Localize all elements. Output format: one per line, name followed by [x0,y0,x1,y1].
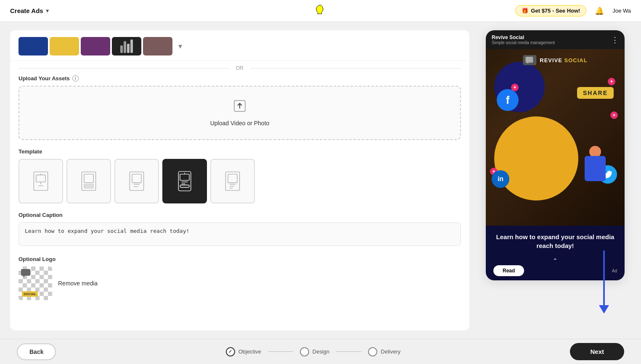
share-badge: SHARE [577,87,614,99]
template-label: Template [19,148,461,155]
ad-badge: Ad [612,269,617,273]
revive-social-logo: REVIVE SOCIAL [523,55,587,65]
color-swatches-area: ▾ [10,30,469,61]
arrow-container [599,251,609,314]
logo-section: SOCIAL Remove media [19,266,461,300]
swatch-yellow[interactable] [50,37,79,55]
template-item-2[interactable] [66,159,111,203]
next-button[interactable]: Next [570,343,624,360]
step-line-2 [336,351,361,352]
back-button[interactable]: Back [17,343,56,360]
create-ads-menu[interactable]: Create Ads ▼ [10,7,50,14]
template-1-icon [32,171,49,191]
person-body [578,146,612,196]
left-panel: ▾ OR Upload Your Assets i [10,30,469,330]
or-text: OR [236,65,244,71]
arrow-head [599,305,609,314]
step-delivery-label: Delivery [381,348,400,355]
arrow-line [603,251,605,305]
bottom-bar: Back Objective Design Delivery Next [0,339,641,364]
or-line-left [19,68,229,69]
blue-arrow [599,251,609,314]
topnav-right-actions: 🎁 Get $75 - See How! 🔔 Joe Wa [515,5,631,16]
template-item-3[interactable] [114,159,159,203]
create-ads-label: Create Ads [10,7,43,14]
template-item-5[interactable] [210,159,255,203]
upload-assets-label: Upload Your Assets i [19,75,461,82]
swatch-dark-brown[interactable] [143,37,172,55]
template-item-1[interactable] [19,159,63,203]
upload-zone[interactable]: Upload Video or Photo [19,86,461,140]
upload-video-photo-text: Upload Video or Photo [210,120,270,127]
svg-marker-27 [527,63,528,63]
svg-rect-8 [84,184,93,188]
right-panel: Revive Social Simple social media manage… [479,30,631,330]
template-3-icon [128,171,145,191]
swatch-purple[interactable] [81,37,110,55]
step-objective-label: Objective [238,348,261,355]
gift-icon: 🎁 [522,8,528,14]
phone-brand-name: Revive Social [492,34,555,40]
svg-rect-7 [84,174,93,182]
or-line-right [250,68,461,69]
template-grid [19,159,461,203]
svg-rect-10 [132,174,141,182]
social-linkedin-icon: in [492,170,509,188]
step-delivery-circle [368,347,377,356]
logo-preview: SOCIAL [19,266,52,300]
pattern-bars [120,40,133,53]
section-content: Upload Your Assets i Upload Video or Pho… [10,75,469,320]
ad-caption-text: Learn how to expand your social media re… [493,232,617,250]
person-illustration [578,146,612,196]
template-item-4[interactable] [162,159,207,203]
remove-media-button[interactable]: Remove media [58,280,98,287]
swatch-blue[interactable] [19,37,48,55]
step-design-label: Design [313,348,329,355]
step-delivery: Delivery [368,347,400,356]
template-4-icon [176,171,193,191]
step-objective-circle [226,347,235,356]
logo-overlay-text: SOCIAL [22,291,38,297]
swatch-dark-pattern[interactable] [112,37,141,55]
phone-brand: Revive Social Simple social media manage… [492,34,555,45]
user-name: Joe Wa [612,8,631,14]
template-5-icon [224,171,241,191]
svg-rect-24 [21,269,30,276]
svg-rect-20 [228,174,237,182]
plus-badge-3: + [610,111,618,119]
social-facebook-icon: f [497,89,519,111]
phone-header: Revive Social Simple social media manage… [486,30,625,49]
phone-preview: Revive Social Simple social media manage… [486,30,625,280]
caption-label: Optional Caption [19,212,461,218]
info-icon[interactable]: i [72,75,79,82]
or-divider: OR [10,61,469,75]
read-button[interactable]: Read [493,265,524,276]
bell-icon[interactable]: 🔔 [595,6,604,16]
ad-image-area: + + + + + REVIVE SOCIAL f [486,49,625,226]
revive-text: REVIVE SOCIAL [540,57,587,63]
logo-label: Optional Logo [19,256,461,262]
caption-input[interactable]: Learn how to expand your social media re… [19,222,461,246]
deco-circle-large [494,116,578,200]
main-layout: ▾ OR Upload Your Assets i [0,22,641,339]
chevron-up-icon: ⌃ [553,258,558,264]
logo-chat-icon [21,269,31,277]
snapchat-ghost-icon [314,3,327,17]
ad-swipe-up: ⌃ Read Ad [493,258,617,276]
revive-logo-box [523,55,536,65]
more-swatches-button[interactable]: ▾ [174,37,186,55]
plus-badge-2: + [608,78,615,85]
more-options-icon[interactable]: ⋮ [611,35,619,45]
svg-rect-2 [36,175,45,182]
snapchat-logo-center [314,3,327,18]
phone-brand-sub: Simple social media management [492,40,555,45]
promo-button[interactable]: 🎁 Get $75 - See How! [515,5,586,16]
steps-area: Objective Design Delivery [56,347,570,356]
step-line-1 [268,351,293,352]
svg-rect-26 [525,57,533,63]
step-design: Design [300,347,329,356]
svg-marker-25 [23,276,24,277]
step-objective: Objective [226,347,261,356]
chevron-down-icon: ▼ [45,8,50,14]
upload-icon [233,99,246,116]
